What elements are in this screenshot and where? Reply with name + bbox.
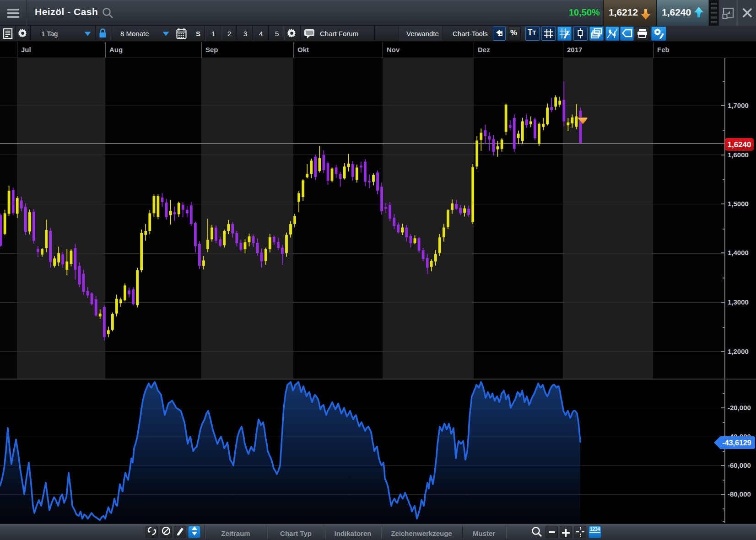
svg-text:-43,6129: -43,6129 — [722, 439, 751, 447]
